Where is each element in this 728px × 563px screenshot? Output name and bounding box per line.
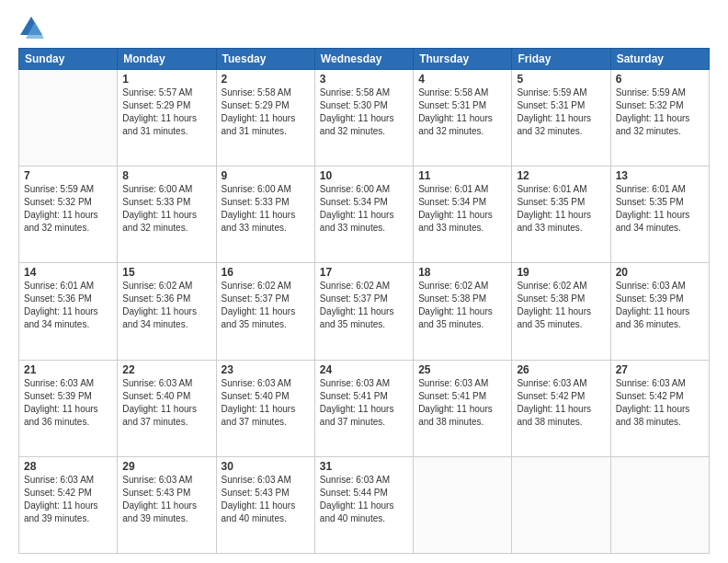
calendar-row: 1Sunrise: 5:57 AM Sunset: 5:29 PM Daylig…	[19, 70, 710, 167]
day-number: 6	[616, 73, 704, 86]
day-number: 13	[616, 169, 704, 182]
day-info: Sunrise: 6:01 AM Sunset: 5:36 PM Dayligh…	[24, 280, 112, 331]
col-sunday: Sunday	[19, 49, 118, 70]
calendar-cell: 18Sunrise: 6:02 AM Sunset: 5:38 PM Dayli…	[414, 263, 512, 360]
day-number: 22	[122, 363, 210, 376]
calendar-cell: 7Sunrise: 5:59 AM Sunset: 5:32 PM Daylig…	[19, 167, 118, 263]
day-info: Sunrise: 5:58 AM Sunset: 5:30 PM Dayligh…	[320, 86, 408, 138]
calendar-cell	[610, 456, 709, 553]
calendar-cell: 5Sunrise: 5:59 AM Sunset: 5:31 PM Daylig…	[512, 70, 610, 167]
logo	[18, 15, 48, 40]
logo-icon	[18, 15, 44, 40]
day-info: Sunrise: 6:03 AM Sunset: 5:39 PM Dayligh…	[24, 377, 112, 429]
day-number: 5	[517, 73, 605, 86]
day-number: 11	[418, 169, 506, 182]
calendar-cell: 1Sunrise: 5:57 AM Sunset: 5:29 PM Daylig…	[118, 70, 216, 167]
calendar-cell: 12Sunrise: 6:01 AM Sunset: 5:35 PM Dayli…	[512, 167, 610, 263]
day-info: Sunrise: 6:03 AM Sunset: 5:44 PM Dayligh…	[320, 474, 408, 525]
calendar-row: 21Sunrise: 6:03 AM Sunset: 5:39 PM Dayli…	[19, 360, 710, 456]
day-info: Sunrise: 6:02 AM Sunset: 5:38 PM Dayligh…	[517, 280, 605, 331]
calendar-cell: 26Sunrise: 6:03 AM Sunset: 5:42 PM Dayli…	[512, 360, 610, 456]
calendar-cell: 3Sunrise: 5:58 AM Sunset: 5:30 PM Daylig…	[314, 70, 413, 167]
day-number: 23	[222, 363, 310, 376]
day-number: 20	[616, 266, 704, 279]
day-info: Sunrise: 6:02 AM Sunset: 5:36 PM Dayligh…	[122, 280, 210, 331]
day-info: Sunrise: 6:00 AM Sunset: 5:33 PM Dayligh…	[122, 183, 210, 235]
day-number: 2	[222, 73, 310, 86]
day-info: Sunrise: 6:02 AM Sunset: 5:38 PM Dayligh…	[418, 280, 506, 331]
day-number: 16	[222, 266, 310, 279]
calendar-cell: 30Sunrise: 6:03 AM Sunset: 5:43 PM Dayli…	[216, 456, 314, 553]
day-info: Sunrise: 6:03 AM Sunset: 5:39 PM Dayligh…	[616, 280, 704, 331]
calendar-cell: 28Sunrise: 6:03 AM Sunset: 5:42 PM Dayli…	[19, 456, 118, 553]
day-number: 30	[222, 460, 310, 473]
calendar-cell: 15Sunrise: 6:02 AM Sunset: 5:36 PM Dayli…	[118, 263, 216, 360]
col-tuesday: Tuesday	[216, 49, 314, 70]
calendar-row: 7Sunrise: 5:59 AM Sunset: 5:32 PM Daylig…	[19, 167, 710, 263]
calendar-cell: 17Sunrise: 6:02 AM Sunset: 5:37 PM Dayli…	[314, 263, 413, 360]
day-info: Sunrise: 6:03 AM Sunset: 5:42 PM Dayligh…	[616, 377, 704, 429]
day-number: 3	[320, 73, 408, 86]
day-number: 29	[122, 460, 210, 473]
col-thursday: Thursday	[414, 49, 512, 70]
day-info: Sunrise: 6:02 AM Sunset: 5:37 PM Dayligh…	[320, 280, 408, 331]
calendar-cell: 27Sunrise: 6:03 AM Sunset: 5:42 PM Dayli…	[610, 360, 709, 456]
day-number: 28	[24, 460, 112, 473]
col-monday: Monday	[118, 49, 216, 70]
header	[18, 15, 710, 40]
page: Sunday Monday Tuesday Wednesday Thursday…	[0, 0, 728, 563]
day-number: 7	[24, 169, 112, 182]
day-number: 24	[320, 363, 408, 376]
day-number: 10	[320, 169, 408, 182]
day-info: Sunrise: 6:01 AM Sunset: 5:34 PM Dayligh…	[418, 183, 506, 235]
calendar-cell	[512, 456, 610, 553]
calendar-cell: 9Sunrise: 6:00 AM Sunset: 5:33 PM Daylig…	[216, 167, 314, 263]
day-info: Sunrise: 6:03 AM Sunset: 5:43 PM Dayligh…	[122, 474, 210, 525]
calendar-row: 14Sunrise: 6:01 AM Sunset: 5:36 PM Dayli…	[19, 263, 710, 360]
calendar-cell: 2Sunrise: 5:58 AM Sunset: 5:29 PM Daylig…	[216, 70, 314, 167]
day-info: Sunrise: 5:59 AM Sunset: 5:32 PM Dayligh…	[24, 183, 112, 235]
day-info: Sunrise: 6:03 AM Sunset: 5:42 PM Dayligh…	[517, 377, 605, 429]
calendar-cell: 31Sunrise: 6:03 AM Sunset: 5:44 PM Dayli…	[314, 456, 413, 553]
day-number: 19	[517, 266, 605, 279]
day-info: Sunrise: 6:01 AM Sunset: 5:35 PM Dayligh…	[616, 183, 704, 235]
day-number: 12	[517, 169, 605, 182]
day-info: Sunrise: 5:57 AM Sunset: 5:29 PM Dayligh…	[122, 86, 210, 138]
day-info: Sunrise: 6:03 AM Sunset: 5:41 PM Dayligh…	[320, 377, 408, 429]
day-info: Sunrise: 6:03 AM Sunset: 5:40 PM Dayligh…	[222, 377, 310, 429]
calendar-cell: 8Sunrise: 6:00 AM Sunset: 5:33 PM Daylig…	[118, 167, 216, 263]
day-number: 15	[122, 266, 210, 279]
calendar-cell: 6Sunrise: 5:59 AM Sunset: 5:32 PM Daylig…	[610, 70, 709, 167]
day-number: 18	[418, 266, 506, 279]
calendar-cell	[414, 456, 512, 553]
calendar-cell: 4Sunrise: 5:58 AM Sunset: 5:31 PM Daylig…	[414, 70, 512, 167]
calendar-cell: 25Sunrise: 6:03 AM Sunset: 5:41 PM Dayli…	[414, 360, 512, 456]
day-number: 4	[418, 73, 506, 86]
day-number: 14	[24, 266, 112, 279]
day-info: Sunrise: 5:58 AM Sunset: 5:29 PM Dayligh…	[222, 86, 310, 138]
calendar-row: 28Sunrise: 6:03 AM Sunset: 5:42 PM Dayli…	[19, 456, 710, 553]
calendar-cell: 22Sunrise: 6:03 AM Sunset: 5:40 PM Dayli…	[118, 360, 216, 456]
day-number: 8	[122, 169, 210, 182]
day-number: 1	[122, 73, 210, 86]
calendar-cell: 23Sunrise: 6:03 AM Sunset: 5:40 PM Dayli…	[216, 360, 314, 456]
day-info: Sunrise: 6:00 AM Sunset: 5:34 PM Dayligh…	[320, 183, 408, 235]
day-info: Sunrise: 5:58 AM Sunset: 5:31 PM Dayligh…	[418, 86, 506, 138]
calendar-cell: 21Sunrise: 6:03 AM Sunset: 5:39 PM Dayli…	[19, 360, 118, 456]
col-wednesday: Wednesday	[314, 49, 413, 70]
day-number: 26	[517, 363, 605, 376]
day-info: Sunrise: 6:03 AM Sunset: 5:40 PM Dayligh…	[122, 377, 210, 429]
calendar-cell: 24Sunrise: 6:03 AM Sunset: 5:41 PM Dayli…	[314, 360, 413, 456]
day-info: Sunrise: 5:59 AM Sunset: 5:31 PM Dayligh…	[517, 86, 605, 138]
day-info: Sunrise: 5:59 AM Sunset: 5:32 PM Dayligh…	[616, 86, 704, 138]
calendar-cell: 29Sunrise: 6:03 AM Sunset: 5:43 PM Dayli…	[118, 456, 216, 553]
calendar-cell: 19Sunrise: 6:02 AM Sunset: 5:38 PM Dayli…	[512, 263, 610, 360]
calendar-cell: 16Sunrise: 6:02 AM Sunset: 5:37 PM Dayli…	[216, 263, 314, 360]
calendar-cell: 14Sunrise: 6:01 AM Sunset: 5:36 PM Dayli…	[19, 263, 118, 360]
day-number: 31	[320, 460, 408, 473]
day-info: Sunrise: 6:01 AM Sunset: 5:35 PM Dayligh…	[517, 183, 605, 235]
calendar-cell: 10Sunrise: 6:00 AM Sunset: 5:34 PM Dayli…	[314, 167, 413, 263]
calendar-cell: 20Sunrise: 6:03 AM Sunset: 5:39 PM Dayli…	[610, 263, 709, 360]
day-info: Sunrise: 6:03 AM Sunset: 5:43 PM Dayligh…	[222, 474, 310, 525]
col-saturday: Saturday	[610, 49, 709, 70]
